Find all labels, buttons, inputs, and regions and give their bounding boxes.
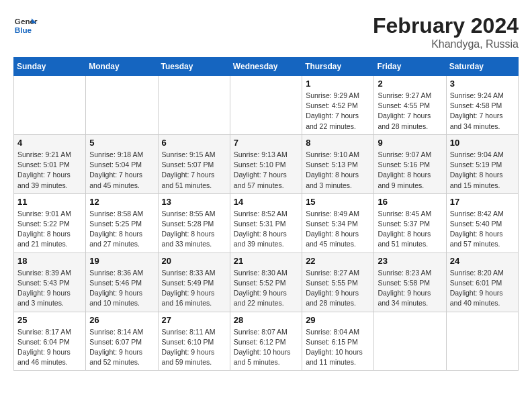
calendar-cell: 14Sunrise: 8:52 AM Sunset: 5:31 PM Dayli… — [230, 193, 302, 253]
day-info: Sunrise: 8:36 AM Sunset: 5:46 PM Dayligh… — [89, 268, 154, 309]
day-info: Sunrise: 9:13 AM Sunset: 5:10 PM Dayligh… — [234, 150, 298, 191]
calendar-cell: 1Sunrise: 9:29 AM Sunset: 4:52 PM Daylig… — [302, 76, 374, 135]
day-number: 26 — [89, 315, 154, 325]
calendar-cell: 27Sunrise: 8:11 AM Sunset: 6:10 PM Dayli… — [158, 312, 230, 371]
calendar-cell: 9Sunrise: 9:07 AM Sunset: 5:16 PM Daylig… — [374, 134, 446, 193]
weekday-header-cell: Tuesday — [158, 58, 230, 76]
day-info: Sunrise: 9:10 AM Sunset: 5:13 PM Dayligh… — [306, 150, 370, 191]
day-number: 9 — [378, 138, 442, 148]
day-info: Sunrise: 9:18 AM Sunset: 5:04 PM Dayligh… — [89, 150, 154, 191]
day-number: 17 — [450, 197, 515, 207]
day-number: 24 — [450, 256, 515, 266]
day-number: 18 — [17, 256, 82, 266]
logo-icon: General Blue — [13, 13, 38, 38]
calendar-cell: 25Sunrise: 8:17 AM Sunset: 6:04 PM Dayli… — [14, 312, 86, 371]
day-number: 29 — [306, 315, 370, 325]
calendar-cell: 10Sunrise: 9:04 AM Sunset: 5:19 PM Dayli… — [446, 134, 518, 193]
day-number: 21 — [234, 256, 298, 266]
calendar-week-row: 25Sunrise: 8:17 AM Sunset: 6:04 PM Dayli… — [14, 312, 519, 371]
weekday-header-cell: Saturday — [446, 58, 518, 76]
day-number: 1 — [306, 79, 370, 89]
calendar-cell — [86, 76, 158, 135]
calendar-cell: 3Sunrise: 9:24 AM Sunset: 4:58 PM Daylig… — [446, 76, 518, 135]
title-block: February 2024 Khandyga, Russia — [373, 13, 519, 50]
day-number: 8 — [306, 138, 370, 148]
day-info: Sunrise: 8:55 AM Sunset: 5:28 PM Dayligh… — [162, 209, 226, 250]
day-info: Sunrise: 8:52 AM Sunset: 5:31 PM Dayligh… — [234, 209, 298, 250]
calendar-cell: 24Sunrise: 8:20 AM Sunset: 6:01 PM Dayli… — [446, 253, 518, 312]
month-title: February 2024 — [373, 13, 519, 38]
day-info: Sunrise: 9:24 AM Sunset: 4:58 PM Dayligh… — [450, 91, 515, 132]
day-info: Sunrise: 8:58 AM Sunset: 5:25 PM Dayligh… — [89, 209, 154, 250]
calendar-cell: 12Sunrise: 8:58 AM Sunset: 5:25 PM Dayli… — [86, 193, 158, 253]
calendar-cell: 18Sunrise: 8:39 AM Sunset: 5:43 PM Dayli… — [14, 253, 86, 312]
day-info: Sunrise: 9:27 AM Sunset: 4:55 PM Dayligh… — [378, 91, 442, 132]
calendar-cell — [230, 76, 302, 135]
calendar-cell: 29Sunrise: 8:04 AM Sunset: 6:15 PM Dayli… — [302, 312, 374, 371]
day-info: Sunrise: 9:04 AM Sunset: 5:19 PM Dayligh… — [450, 150, 515, 191]
day-info: Sunrise: 8:39 AM Sunset: 5:43 PM Dayligh… — [17, 268, 82, 309]
svg-text:Blue: Blue — [15, 26, 32, 34]
day-number: 10 — [450, 138, 515, 148]
calendar-cell — [158, 76, 230, 135]
calendar-cell: 4Sunrise: 9:21 AM Sunset: 5:01 PM Daylig… — [14, 134, 86, 193]
day-info: Sunrise: 8:11 AM Sunset: 6:10 PM Dayligh… — [162, 327, 226, 368]
calendar-cell: 22Sunrise: 8:27 AM Sunset: 5:55 PM Dayli… — [302, 253, 374, 312]
calendar-week-row: 4Sunrise: 9:21 AM Sunset: 5:01 PM Daylig… — [14, 134, 519, 193]
weekday-header-cell: Sunday — [14, 58, 86, 76]
day-number: 13 — [162, 197, 226, 207]
calendar-cell: 21Sunrise: 8:30 AM Sunset: 5:52 PM Dayli… — [230, 253, 302, 312]
weekday-header-cell: Wednesday — [230, 58, 302, 76]
calendar-cell: 7Sunrise: 9:13 AM Sunset: 5:10 PM Daylig… — [230, 134, 302, 193]
calendar-cell: 20Sunrise: 8:33 AM Sunset: 5:49 PM Dayli… — [158, 253, 230, 312]
calendar-cell: 8Sunrise: 9:10 AM Sunset: 5:13 PM Daylig… — [302, 134, 374, 193]
calendar-cell: 13Sunrise: 8:55 AM Sunset: 5:28 PM Dayli… — [158, 193, 230, 253]
day-number: 3 — [450, 79, 515, 89]
day-info: Sunrise: 8:45 AM Sunset: 5:37 PM Dayligh… — [378, 209, 442, 250]
calendar-cell: 28Sunrise: 8:07 AM Sunset: 6:12 PM Dayli… — [230, 312, 302, 371]
day-info: Sunrise: 9:29 AM Sunset: 4:52 PM Dayligh… — [306, 91, 370, 132]
day-number: 14 — [234, 197, 298, 207]
day-info: Sunrise: 9:21 AM Sunset: 5:01 PM Dayligh… — [17, 150, 82, 191]
day-info: Sunrise: 8:07 AM Sunset: 6:12 PM Dayligh… — [234, 327, 298, 368]
calendar-week-row: 18Sunrise: 8:39 AM Sunset: 5:43 PM Dayli… — [14, 253, 519, 312]
day-number: 27 — [162, 315, 226, 325]
location: Khandyga, Russia — [373, 38, 519, 50]
day-info: Sunrise: 9:01 AM Sunset: 5:22 PM Dayligh… — [17, 209, 82, 250]
calendar-cell: 6Sunrise: 9:15 AM Sunset: 5:07 PM Daylig… — [158, 134, 230, 193]
day-number: 25 — [17, 315, 82, 325]
calendar-week-row: 11Sunrise: 9:01 AM Sunset: 5:22 PM Dayli… — [14, 193, 519, 253]
day-info: Sunrise: 8:17 AM Sunset: 6:04 PM Dayligh… — [17, 327, 82, 368]
weekday-header-cell: Friday — [374, 58, 446, 76]
day-number: 23 — [378, 256, 442, 266]
calendar-cell: 19Sunrise: 8:36 AM Sunset: 5:46 PM Dayli… — [86, 253, 158, 312]
day-number: 16 — [378, 197, 442, 207]
calendar-body: 1Sunrise: 9:29 AM Sunset: 4:52 PM Daylig… — [14, 76, 519, 371]
calendar-cell: 23Sunrise: 8:23 AM Sunset: 5:58 PM Dayli… — [374, 253, 446, 312]
weekday-header-cell: Thursday — [302, 58, 374, 76]
calendar-cell: 17Sunrise: 8:42 AM Sunset: 5:40 PM Dayli… — [446, 193, 518, 253]
day-number: 28 — [234, 315, 298, 325]
day-info: Sunrise: 8:04 AM Sunset: 6:15 PM Dayligh… — [306, 327, 370, 368]
day-info: Sunrise: 8:33 AM Sunset: 5:49 PM Dayligh… — [162, 268, 226, 309]
calendar-cell: 11Sunrise: 9:01 AM Sunset: 5:22 PM Dayli… — [14, 193, 86, 253]
calendar-cell: 5Sunrise: 9:18 AM Sunset: 5:04 PM Daylig… — [86, 134, 158, 193]
weekday-header-cell: Monday — [86, 58, 158, 76]
day-info: Sunrise: 8:30 AM Sunset: 5:52 PM Dayligh… — [234, 268, 298, 309]
calendar-week-row: 1Sunrise: 9:29 AM Sunset: 4:52 PM Daylig… — [14, 76, 519, 135]
calendar-cell: 2Sunrise: 9:27 AM Sunset: 4:55 PM Daylig… — [374, 76, 446, 135]
day-number: 12 — [89, 197, 154, 207]
calendar-cell: 26Sunrise: 8:14 AM Sunset: 6:07 PM Dayli… — [86, 312, 158, 371]
day-info: Sunrise: 9:15 AM Sunset: 5:07 PM Dayligh… — [162, 150, 226, 191]
calendar-cell — [374, 312, 446, 371]
day-info: Sunrise: 8:14 AM Sunset: 6:07 PM Dayligh… — [89, 327, 154, 368]
day-info: Sunrise: 8:49 AM Sunset: 5:34 PM Dayligh… — [306, 209, 370, 250]
day-number: 22 — [306, 256, 370, 266]
calendar-cell: 15Sunrise: 8:49 AM Sunset: 5:34 PM Dayli… — [302, 193, 374, 253]
day-info: Sunrise: 8:27 AM Sunset: 5:55 PM Dayligh… — [306, 268, 370, 309]
day-info: Sunrise: 8:23 AM Sunset: 5:58 PM Dayligh… — [378, 268, 442, 309]
day-number: 11 — [17, 197, 82, 207]
day-info: Sunrise: 8:20 AM Sunset: 6:01 PM Dayligh… — [450, 268, 515, 309]
day-info: Sunrise: 9:07 AM Sunset: 5:16 PM Dayligh… — [378, 150, 442, 191]
day-number: 20 — [162, 256, 226, 266]
